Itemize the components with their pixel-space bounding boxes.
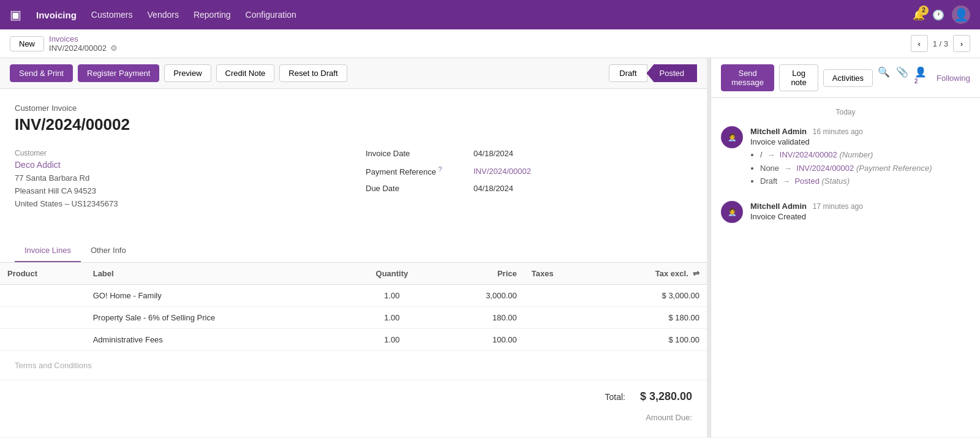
pagination: ‹ 1 / 3 › (911, 35, 970, 52)
cell-taxes (524, 329, 594, 351)
cell-price: 100.00 (437, 329, 524, 351)
left-panel: Send & Print Register Payment Preview Cr… (0, 58, 707, 437)
terms-row[interactable]: Terms and Conditions (0, 351, 707, 380)
feed-changes: / → INV/2024/00002 (Number) None → INV/2… (750, 149, 970, 187)
col-label: Label (86, 263, 347, 285)
cell-taxes (524, 285, 594, 307)
feed-action: Invoice Created (750, 212, 970, 221)
invoice-table: Product Label Quantity Price Taxes Tax e… (0, 263, 707, 351)
customer-name[interactable]: Deco Addict (15, 160, 341, 170)
feed-avatar: 🧑‍💼 (721, 126, 743, 148)
cell-price: 180.00 (437, 307, 524, 329)
table-row: Administrative Fees 1.00 100.00 $ 100.00 (0, 329, 707, 351)
notification-badge: 2 (919, 6, 929, 15)
action-bar: Send & Print Register Payment Preview Cr… (0, 58, 707, 89)
due-date-label: Due Date (366, 184, 464, 193)
cell-product (0, 307, 86, 329)
breadcrumb-parent[interactable]: Invoices (49, 34, 118, 43)
feed-action: Invoice validated (750, 137, 970, 146)
payment-ref-tooltip[interactable]: ? (439, 165, 442, 173)
top-nav: ▣ Invoicing Customers Vendors Reporting … (0, 0, 980, 29)
amount-due-label: Amount Due: (646, 413, 692, 422)
preview-button[interactable]: Preview (164, 64, 211, 82)
clock-icon[interactable]: 🕐 (932, 9, 944, 21)
cell-label: GO! Home - Family (86, 285, 347, 307)
status-posted-button[interactable]: Posted (647, 64, 697, 82)
gear-icon[interactable]: ⚙ (110, 43, 118, 53)
prev-button[interactable]: ‹ (911, 35, 928, 52)
col-taxes: Taxes (524, 263, 594, 285)
feed-author: Mitchell Admin (750, 202, 807, 211)
chatter-header: Send message Log note Activities 🔍 📎 👤2 … (711, 58, 980, 98)
cell-quantity: 1.00 (347, 285, 437, 307)
customer-address: 77 Santa Barbara Rd Pleasant Hill CA 945… (15, 172, 341, 210)
status-draft-button[interactable]: Draft (609, 64, 647, 82)
col-price: Price (437, 263, 524, 285)
nav-customers[interactable]: Customers (91, 10, 133, 20)
cell-tax-excl: $ 180.00 (594, 307, 707, 329)
terms-placeholder: Terms and Conditions (15, 361, 92, 370)
total-value: $ 3,280.00 (640, 390, 692, 403)
nav-vendors[interactable]: Vendors (148, 10, 179, 20)
customer-section: Customer Deco Addict 77 Santa Barbara Rd… (15, 149, 341, 210)
col-quantity: Quantity (347, 263, 437, 285)
feed-change-item: Draft → Posted (Status) (760, 175, 970, 187)
activities-button[interactable]: Activities (823, 69, 873, 87)
brand-label: Invoicing (36, 10, 77, 20)
nav-configuration[interactable]: Configuration (246, 10, 296, 20)
attachment-icon[interactable]: 📎 (896, 66, 908, 89)
invoice-date-value[interactable]: 04/18/2024 (473, 149, 513, 158)
col-product: Product (0, 263, 86, 285)
avatar-emoji: 🧑‍💼 (728, 208, 737, 216)
feed-change-link[interactable]: INV/2024/00002 (796, 164, 854, 173)
tab-invoice-lines[interactable]: Invoice Lines (15, 240, 81, 262)
tab-other-info[interactable]: Other Info (81, 240, 136, 262)
main-layout: Send & Print Register Payment Preview Cr… (0, 58, 980, 437)
following-button[interactable]: Following (937, 74, 970, 83)
search-icon[interactable]: 🔍 (878, 66, 890, 89)
address-line3: United States – US12345673 (15, 198, 341, 211)
due-date-value[interactable]: 04/18/2024 (473, 184, 513, 193)
breadcrumb: Invoices INV/2024/00002 ⚙ (49, 34, 118, 53)
notifications-icon[interactable]: 🔔 2 (913, 9, 925, 21)
user-avatar[interactable]: 👤 (952, 6, 970, 24)
address-line1: 77 Santa Barbara Rd (15, 172, 341, 185)
feed-date-header: Today (721, 108, 970, 116)
apps-icon[interactable]: ▣ (10, 7, 21, 22)
avatar-face: 👤 (954, 7, 969, 22)
send-message-button[interactable]: Send message (721, 64, 774, 91)
cell-quantity: 1.00 (347, 329, 437, 351)
feed-change-item: / → INV/2024/00002 (Number) (760, 149, 970, 161)
log-note-button[interactable]: Log note (779, 64, 818, 91)
activity-feed: Today 🧑‍💼 Mitchell Admin 16 minutes ago … (711, 98, 980, 437)
feed-status-new: Posted (794, 176, 819, 186)
user-count-icon[interactable]: 👤2 (914, 66, 927, 89)
send-print-button[interactable]: Send & Print (10, 64, 73, 82)
invoice-date-row: Invoice Date 04/18/2024 (366, 149, 692, 158)
feed-change-link[interactable]: INV/2024/00002 (780, 150, 837, 159)
invoice-header: Customer Deco Addict 77 Santa Barbara Rd… (15, 149, 692, 210)
credit-note-button[interactable]: Credit Note (216, 64, 275, 82)
table-header-row: Product Label Quantity Price Taxes Tax e… (0, 263, 707, 285)
amount-due-section: Amount Due: (0, 413, 707, 432)
feed-time: 17 minutes ago (813, 202, 863, 211)
table-row: GO! Home - Family 1.00 3,000.00 $ 3,000.… (0, 285, 707, 307)
chatter-icons: 🔍 📎 👤2 (878, 66, 927, 89)
total-label: Total: (605, 392, 625, 402)
breadcrumb-current: INV/2024/00002 ⚙ (49, 43, 118, 53)
col-tax-excl: Tax excl. ⇌ (594, 263, 707, 285)
invoice-date-label: Invoice Date (366, 149, 464, 158)
breadcrumb-current-label: INV/2024/00002 (49, 43, 107, 53)
cell-price: 3,000.00 (437, 285, 524, 307)
breadcrumb-bar: New Invoices INV/2024/00002 ⚙ ‹ 1 / 3 › (0, 29, 980, 58)
cell-product (0, 329, 86, 351)
reset-to-draft-button[interactable]: Reset to Draft (279, 64, 347, 82)
next-button[interactable]: › (953, 35, 970, 52)
cell-tax-excl: $ 3,000.00 (594, 285, 707, 307)
payment-ref-label: Payment Reference ? (366, 165, 464, 176)
cell-taxes (524, 307, 594, 329)
register-payment-button[interactable]: Register Payment (78, 64, 159, 82)
payment-ref-value[interactable]: INV/2024/00002 (473, 167, 531, 176)
new-button[interactable]: New (10, 36, 44, 51)
nav-reporting[interactable]: Reporting (194, 10, 231, 20)
